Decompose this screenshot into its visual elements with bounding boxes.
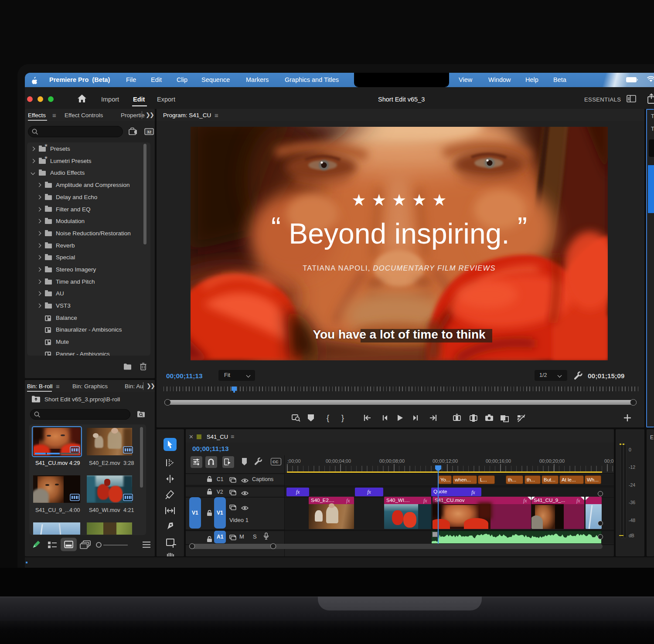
svg-text:}: }	[341, 414, 344, 422]
svg-text:{: {	[327, 414, 329, 422]
svg-text:32: 32	[147, 129, 152, 134]
